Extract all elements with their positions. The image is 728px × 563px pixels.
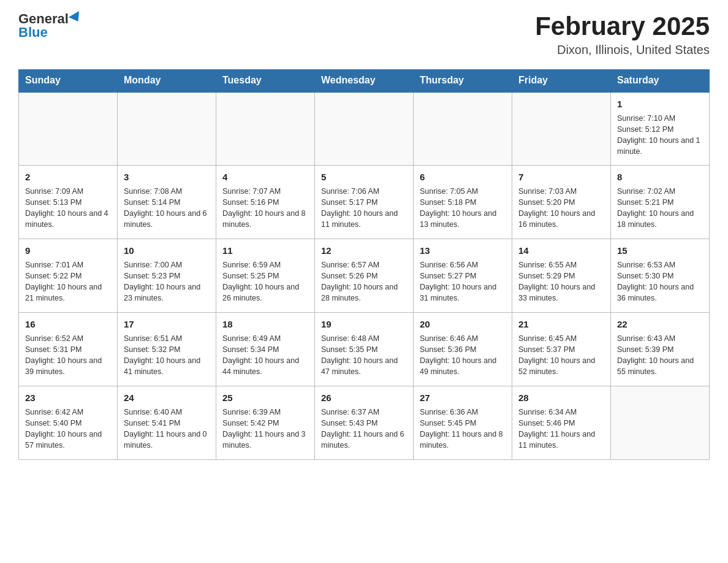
- calendar-subtitle: Dixon, Illinois, United States: [535, 43, 710, 57]
- calendar-table: SundayMondayTuesdayWednesdayThursdayFrid…: [18, 69, 710, 460]
- calendar-day-cell: [414, 92, 512, 166]
- day-number: 9: [25, 244, 111, 258]
- calendar-day-cell: [19, 92, 118, 166]
- sunrise-text: Sunrise: 6:52 AM: [25, 333, 111, 344]
- sunset-text: Sunset: 5:39 PM: [617, 344, 703, 355]
- day-number: 16: [25, 318, 111, 331]
- sunrise-text: Sunrise: 6:49 AM: [222, 333, 308, 344]
- sunset-text: Sunset: 5:45 PM: [420, 418, 506, 429]
- day-of-week-header: Thursday: [414, 70, 512, 92]
- daylight-text: Daylight: 10 hours and 47 minutes.: [321, 355, 407, 377]
- daylight-text: Daylight: 10 hours and 36 minutes.: [617, 282, 703, 304]
- calendar-week-row: 2Sunrise: 7:09 AMSunset: 5:13 PMDaylight…: [19, 166, 710, 239]
- calendar-day-cell: 4Sunrise: 7:07 AMSunset: 5:16 PMDaylight…: [216, 166, 315, 239]
- day-header-row: SundayMondayTuesdayWednesdayThursdayFrid…: [19, 70, 710, 92]
- daylight-text: Daylight: 10 hours and 6 minutes.: [124, 208, 210, 230]
- calendar-day-cell: 10Sunrise: 7:00 AMSunset: 5:23 PMDayligh…: [118, 239, 216, 313]
- calendar-day-cell: 14Sunrise: 6:55 AMSunset: 5:29 PMDayligh…: [512, 239, 611, 313]
- sunrise-text: Sunrise: 6:53 AM: [617, 259, 703, 270]
- day-of-week-header: Tuesday: [216, 70, 315, 92]
- calendar-day-cell: 21Sunrise: 6:45 AMSunset: 5:37 PMDayligh…: [512, 313, 611, 386]
- daylight-text: Daylight: 10 hours and 28 minutes.: [321, 282, 407, 304]
- sunset-text: Sunset: 5:17 PM: [321, 197, 407, 208]
- calendar-day-cell: 25Sunrise: 6:39 AMSunset: 5:42 PMDayligh…: [216, 386, 315, 460]
- sunset-text: Sunset: 5:26 PM: [321, 270, 407, 282]
- sunrise-text: Sunrise: 6:48 AM: [321, 333, 407, 344]
- sunrise-text: Sunrise: 7:06 AM: [321, 186, 407, 197]
- day-of-week-header: Monday: [118, 70, 216, 92]
- daylight-text: Daylight: 10 hours and 31 minutes.: [420, 282, 506, 304]
- sunset-text: Sunset: 5:25 PM: [222, 270, 308, 282]
- calendar-day-cell: 22Sunrise: 6:43 AMSunset: 5:39 PMDayligh…: [611, 313, 710, 386]
- sunrise-text: Sunrise: 7:02 AM: [617, 186, 703, 197]
- sunrise-text: Sunrise: 7:10 AM: [617, 113, 703, 124]
- sunset-text: Sunset: 5:29 PM: [518, 270, 604, 282]
- logo-general-text: General: [18, 12, 69, 26]
- daylight-text: Daylight: 11 hours and 6 minutes.: [321, 429, 407, 451]
- day-number: 24: [124, 391, 210, 405]
- day-of-week-header: Wednesday: [315, 70, 414, 92]
- calendar-week-row: 9Sunrise: 7:01 AMSunset: 5:22 PMDaylight…: [19, 239, 710, 313]
- day-of-week-header: Friday: [512, 70, 611, 92]
- sunset-text: Sunset: 5:43 PM: [321, 418, 407, 429]
- sunrise-text: Sunrise: 6:46 AM: [420, 333, 506, 344]
- sunrise-text: Sunrise: 7:05 AM: [420, 186, 506, 197]
- sunset-text: Sunset: 5:40 PM: [25, 418, 111, 429]
- sunrise-text: Sunrise: 7:00 AM: [124, 259, 210, 270]
- day-number: 8: [617, 170, 703, 184]
- calendar-day-cell: 7Sunrise: 7:03 AMSunset: 5:20 PMDaylight…: [512, 166, 611, 239]
- daylight-text: Daylight: 10 hours and 18 minutes.: [617, 208, 703, 230]
- day-number: 17: [124, 318, 210, 331]
- day-number: 28: [518, 391, 604, 405]
- calendar-day-cell: 15Sunrise: 6:53 AMSunset: 5:30 PMDayligh…: [611, 239, 710, 313]
- sunset-text: Sunset: 5:41 PM: [124, 418, 210, 429]
- calendar-day-cell: 6Sunrise: 7:05 AMSunset: 5:18 PMDaylight…: [414, 166, 512, 239]
- day-number: 20: [420, 318, 506, 331]
- daylight-text: Daylight: 10 hours and 52 minutes.: [518, 355, 604, 377]
- day-number: 4: [222, 170, 308, 184]
- sunset-text: Sunset: 5:22 PM: [25, 270, 111, 282]
- calendar-body: 1Sunrise: 7:10 AMSunset: 5:12 PMDaylight…: [19, 92, 710, 460]
- calendar-day-cell: 3Sunrise: 7:08 AMSunset: 5:14 PMDaylight…: [118, 166, 216, 239]
- sunrise-text: Sunrise: 6:39 AM: [222, 407, 308, 418]
- sunrise-text: Sunrise: 6:55 AM: [518, 259, 604, 270]
- day-number: 6: [420, 170, 506, 184]
- calendar-day-cell: 19Sunrise: 6:48 AMSunset: 5:35 PMDayligh…: [315, 313, 414, 386]
- sunrise-text: Sunrise: 6:43 AM: [617, 333, 703, 344]
- day-number: 27: [420, 391, 506, 405]
- calendar-week-row: 16Sunrise: 6:52 AMSunset: 5:31 PMDayligh…: [19, 313, 710, 386]
- day-number: 13: [420, 244, 506, 258]
- sunset-text: Sunset: 5:46 PM: [518, 418, 604, 429]
- sunset-text: Sunset: 5:14 PM: [124, 197, 210, 208]
- calendar-day-cell: 20Sunrise: 6:46 AMSunset: 5:36 PMDayligh…: [414, 313, 512, 386]
- calendar-day-cell: 26Sunrise: 6:37 AMSunset: 5:43 PMDayligh…: [315, 386, 414, 460]
- sunrise-text: Sunrise: 6:34 AM: [518, 407, 604, 418]
- daylight-text: Daylight: 10 hours and 1 minute.: [617, 135, 703, 157]
- calendar-day-cell: 5Sunrise: 7:06 AMSunset: 5:17 PMDaylight…: [315, 166, 414, 239]
- calendar-day-cell: 1Sunrise: 7:10 AMSunset: 5:12 PMDaylight…: [611, 92, 710, 166]
- day-number: 3: [124, 170, 210, 184]
- daylight-text: Daylight: 11 hours and 11 minutes.: [518, 429, 604, 451]
- calendar-day-cell: 16Sunrise: 6:52 AMSunset: 5:31 PMDayligh…: [19, 313, 118, 386]
- day-number: 14: [518, 244, 604, 258]
- day-number: 22: [617, 318, 703, 331]
- sunset-text: Sunset: 5:13 PM: [25, 197, 111, 208]
- daylight-text: Daylight: 10 hours and 8 minutes.: [222, 208, 308, 230]
- calendar-day-cell: 12Sunrise: 6:57 AMSunset: 5:26 PMDayligh…: [315, 239, 414, 313]
- calendar-week-row: 1Sunrise: 7:10 AMSunset: 5:12 PMDaylight…: [19, 92, 710, 166]
- sunrise-text: Sunrise: 7:09 AM: [25, 186, 111, 197]
- calendar-day-cell: 27Sunrise: 6:36 AMSunset: 5:45 PMDayligh…: [414, 386, 512, 460]
- calendar-week-row: 23Sunrise: 6:42 AMSunset: 5:40 PMDayligh…: [19, 386, 710, 460]
- day-number: 26: [321, 391, 407, 405]
- day-number: 1: [617, 98, 703, 111]
- day-number: 11: [222, 244, 308, 258]
- sunset-text: Sunset: 5:23 PM: [124, 270, 210, 282]
- calendar-day-cell: [118, 92, 216, 166]
- daylight-text: Daylight: 11 hours and 0 minutes.: [124, 429, 210, 451]
- calendar-day-cell: [216, 92, 315, 166]
- calendar-day-cell: [611, 386, 710, 460]
- calendar-day-cell: 18Sunrise: 6:49 AMSunset: 5:34 PMDayligh…: [216, 313, 315, 386]
- daylight-text: Daylight: 10 hours and 44 minutes.: [222, 355, 308, 377]
- logo-triangle-icon: [69, 11, 83, 25]
- daylight-text: Daylight: 10 hours and 16 minutes.: [518, 208, 604, 230]
